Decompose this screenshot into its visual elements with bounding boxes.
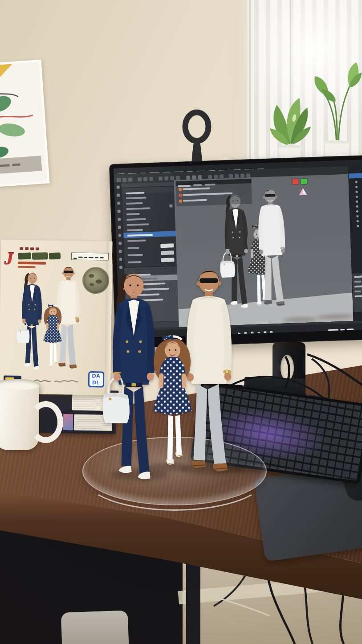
skip-icon — [257, 332, 260, 334]
tool-icon — [164, 176, 168, 180]
tool-glyph — [118, 226, 121, 229]
tool-glyph — [118, 234, 121, 237]
sub-row — [352, 273, 362, 279]
tool-icon — [220, 174, 224, 178]
tool-icon — [138, 177, 142, 181]
outliner-icon — [356, 215, 358, 217]
tool-icon — [186, 176, 190, 180]
tool-glyph — [117, 209, 120, 213]
tool-icon — [149, 177, 153, 181]
outliner-icon — [355, 186, 357, 188]
left-properties-panel — [122, 186, 178, 268]
tool-icon — [246, 173, 250, 177]
emblem-detail — [89, 274, 94, 278]
tool-icon — [229, 174, 233, 178]
sub-row — [352, 278, 362, 283]
property-row-buttons — [124, 250, 177, 258]
tool-glyph — [119, 258, 122, 261]
white-mug — [0, 382, 39, 450]
mug-handle — [28, 401, 63, 443]
viewport-man-grayscale — [248, 185, 296, 309]
emblem-detail — [89, 283, 94, 286]
tool-icon — [208, 175, 212, 179]
tool-icon — [143, 177, 147, 181]
tool-glyph — [118, 217, 121, 221]
book-cover-art — [63, 414, 73, 430]
outliner-icon — [355, 196, 358, 198]
tool-icon — [122, 178, 126, 182]
tool-icon — [170, 176, 174, 180]
outliner-icon — [356, 201, 358, 203]
tool-icon — [128, 177, 132, 181]
green-color-swatch — [301, 179, 307, 184]
tool-icon — [235, 174, 239, 178]
brand-mark-letter: J — [4, 248, 14, 268]
panel-button — [161, 258, 174, 262]
stop-icon — [251, 332, 253, 334]
floor-object — [61, 610, 129, 644]
tool-icon — [176, 176, 180, 180]
red-color-swatch — [292, 179, 298, 184]
panel-header — [122, 186, 175, 194]
frame-icon — [270, 331, 273, 334]
property-row-buttons — [124, 243, 176, 250]
tool-glyph — [118, 242, 122, 245]
tool-glyph — [118, 250, 122, 253]
desk-scene-photo: J — [0, 0, 362, 644]
outliner-selected-row — [349, 173, 362, 178]
wall-poster — [0, 60, 50, 188]
panel-title-blob — [126, 192, 144, 194]
tool-icon — [214, 175, 218, 179]
sub-row — [353, 288, 362, 293]
poster-art — [0, 62, 43, 180]
timeline-info — [328, 325, 354, 334]
potted-plant-tall — [306, 59, 362, 171]
right-sub-panel — [352, 273, 362, 312]
mug-rim — [0, 379, 40, 390]
panel-button — [161, 250, 174, 255]
sub-row — [353, 283, 362, 288]
tool-icon — [117, 178, 121, 182]
frame-icon — [264, 331, 266, 334]
outliner-icon — [356, 205, 358, 208]
outliner-icon — [356, 210, 358, 213]
tool-glyph — [117, 193, 120, 197]
sub-row — [353, 293, 362, 298]
tool-glyph — [117, 201, 120, 205]
tool-icon — [159, 176, 163, 180]
tool-icon — [198, 175, 202, 179]
box-art-girl — [40, 302, 65, 372]
monitor-stand-cable-hole — [281, 355, 294, 381]
tool-glyph — [116, 185, 119, 189]
figure-box: J — [0, 240, 112, 395]
tool-icon — [240, 174, 244, 178]
tool-icon — [192, 175, 196, 179]
panel-button — [160, 243, 174, 248]
outliner-icon — [355, 181, 357, 183]
box-caption-label — [71, 252, 109, 260]
view-gizmo — [298, 187, 308, 197]
outliner-icon — [356, 220, 358, 222]
girl-figurine — [148, 330, 198, 473]
outliner-icon — [355, 191, 358, 193]
layers-panel-overlay — [175, 179, 252, 206]
outliner-icon — [357, 225, 359, 227]
window-wall-blend — [229, 0, 256, 168]
property-row-buttons — [124, 258, 177, 265]
